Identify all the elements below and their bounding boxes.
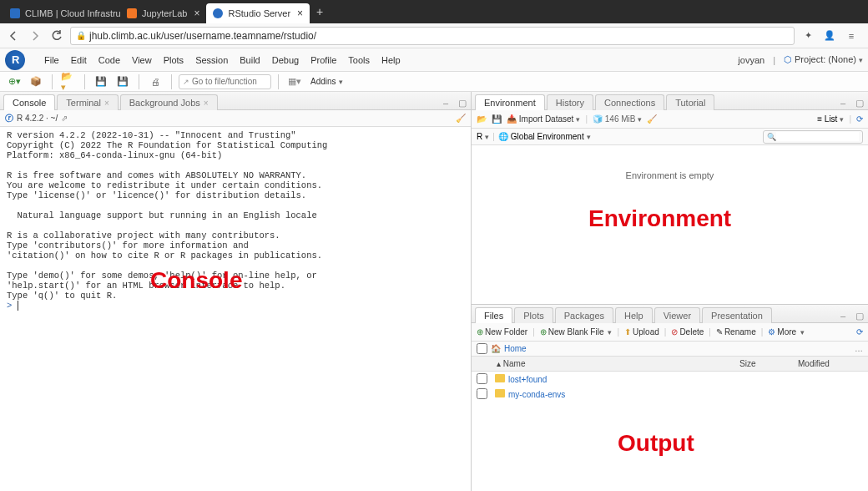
home-icon[interactable]: 🏠 [491,344,501,353]
maximize-icon[interactable]: ▢ [456,96,469,109]
menu-file[interactable]: File [38,55,65,65]
goto-file-input[interactable] [192,77,267,86]
tab-help[interactable]: Help [615,307,653,323]
tab-plots[interactable]: Plots [514,307,553,323]
browser-tab-jupyter[interactable]: JupyterLab × [120,3,206,23]
save-button[interactable]: 💾 [93,74,108,89]
refresh-icon[interactable]: ⟳ [856,114,863,124]
tab-connections[interactable]: Connections [595,94,664,110]
close-icon[interactable]: × [104,99,109,108]
column-modified[interactable]: Modified [793,359,868,368]
tab-background-jobs[interactable]: Background Jobs× [120,94,218,110]
tab-files[interactable]: Files [475,307,512,323]
column-size[interactable]: Size [734,359,793,368]
user-label: jovyan [738,55,765,65]
menu-debug[interactable]: Debug [266,55,305,65]
breadcrumb-home[interactable]: Home [504,344,527,353]
file-name[interactable]: my-conda-envs [508,390,565,399]
account-icon[interactable]: 👤 [821,28,838,44]
open-file-button[interactable]: 📂▾ [61,74,76,89]
menu-help[interactable]: Help [376,55,406,65]
memory-usage[interactable]: 🧊 146 MiB [593,114,642,124]
new-tab-button[interactable]: + [310,5,330,18]
delete-button[interactable]: ⊘ Delete [671,327,704,337]
addins-dropdown[interactable]: Addins [307,77,346,86]
tab-packages[interactable]: Packages [555,307,613,323]
extensions-icon[interactable]: ✦ [800,28,816,44]
print-button[interactable]: 🖨 [148,74,163,89]
console-output[interactable]: R version 4.2.2 (2022-10-31) -- "Innocen… [0,127,471,491]
files-pane: Files Plots Packages Help Viewer Present… [472,305,868,491]
maximize-icon[interactable]: ▢ [853,309,866,322]
file-checkbox[interactable] [477,373,487,384]
menu-profile[interactable]: Profile [305,55,342,65]
minimize-icon[interactable]: – [836,96,850,109]
upload-button[interactable]: ⬆ Upload [624,327,659,337]
menu-edit[interactable]: Edit [65,55,93,65]
forward-button[interactable] [27,28,43,44]
files-toolbar: ⊕ New Folder | ⊕ New Blank File | ⬆ Uplo… [472,323,868,342]
minimize-icon[interactable]: – [439,96,452,109]
r-icon: ⓡ [5,113,13,124]
environment-scope-dropdown[interactable]: Global Environment [511,132,591,141]
environment-search[interactable]: 🔍 [763,130,863,144]
import-dataset-dropdown[interactable]: 📥 Import Dataset [507,114,580,124]
list-view-dropdown[interactable]: ≡ List [817,114,844,124]
save-workspace-icon[interactable]: 💾 [492,114,502,124]
new-blank-file-button[interactable]: ⊕ New Blank File [540,327,613,337]
menu-view[interactable]: View [126,55,158,65]
console-path-icon[interactable]: ⇗ [61,114,68,123]
maximize-icon[interactable]: ▢ [853,96,866,109]
minimize-icon[interactable]: – [836,309,850,322]
tab-console[interactable]: Console [3,94,55,110]
tab-viewer[interactable]: Viewer [654,307,700,323]
tab-tutorial[interactable]: Tutorial [666,94,714,110]
tab-presentation[interactable]: Presentation [702,307,772,323]
back-button[interactable] [5,28,22,44]
more-dropdown[interactable]: ⚙ More [768,327,805,337]
file-row[interactable]: lost+found [472,372,868,387]
file-checkbox[interactable] [477,388,487,399]
clear-console-icon[interactable]: 🧹 [456,114,466,123]
save-all-button[interactable]: 💾 [115,74,130,89]
new-folder-button[interactable]: ⊕ New Folder [477,327,527,337]
browser-tab-climb[interactable]: CLIMB | Cloud Infrastructu × [3,3,120,23]
main-split: Console Terminal× Background Jobs× – ▢ ⓡ… [0,92,868,491]
environment-search-input[interactable] [776,132,859,141]
more-path-icon[interactable]: … [855,344,863,353]
menu-code[interactable]: Code [93,55,126,65]
tab-environment[interactable]: Environment [475,94,545,110]
site-icon [10,8,20,18]
clear-objects-icon[interactable]: 🧹 [647,114,657,124]
url-input-box[interactable]: 🔒 [70,27,795,45]
language-scope-dropdown[interactable]: R [477,132,489,141]
url-input[interactable] [89,30,789,42]
rename-button[interactable]: ✎ Rename [716,327,756,337]
new-project-button[interactable]: 📦 [28,74,43,89]
goto-file-box[interactable]: ↗ [179,74,271,89]
select-all-checkbox[interactable] [477,343,487,354]
menu-session[interactable]: Session [189,55,234,65]
project-dropdown[interactable]: ⬡Project: (None) [784,54,863,65]
menu-icon[interactable]: ≡ [843,28,860,44]
file-name[interactable]: lost+found [508,375,547,384]
tab-history[interactable]: History [547,94,593,110]
close-icon[interactable]: × [194,8,199,19]
close-icon[interactable]: × [297,8,303,19]
menu-build[interactable]: Build [234,55,265,65]
new-file-button[interactable]: ⊕▾ [7,74,22,89]
grid-button[interactable]: ▦▾ [287,74,302,89]
folder-icon [495,389,505,397]
tab-terminal[interactable]: Terminal× [57,94,118,110]
close-icon[interactable]: × [204,99,209,108]
browser-tab-rstudio[interactable]: RStudio Server × [206,3,310,23]
refresh-icon[interactable]: ⟳ [856,327,863,337]
files-list: lost+found my-conda-envs [472,372,868,402]
reload-button[interactable] [48,28,65,44]
file-row[interactable]: my-conda-envs [472,387,868,402]
menu-plots[interactable]: Plots [158,55,189,65]
menu-tools[interactable]: Tools [342,55,376,65]
load-workspace-icon[interactable]: 📂 [477,114,487,124]
tab-label: CLIMB | Cloud Infrastructu [25,8,120,18]
column-name[interactable]: ▴ Name [492,359,734,368]
